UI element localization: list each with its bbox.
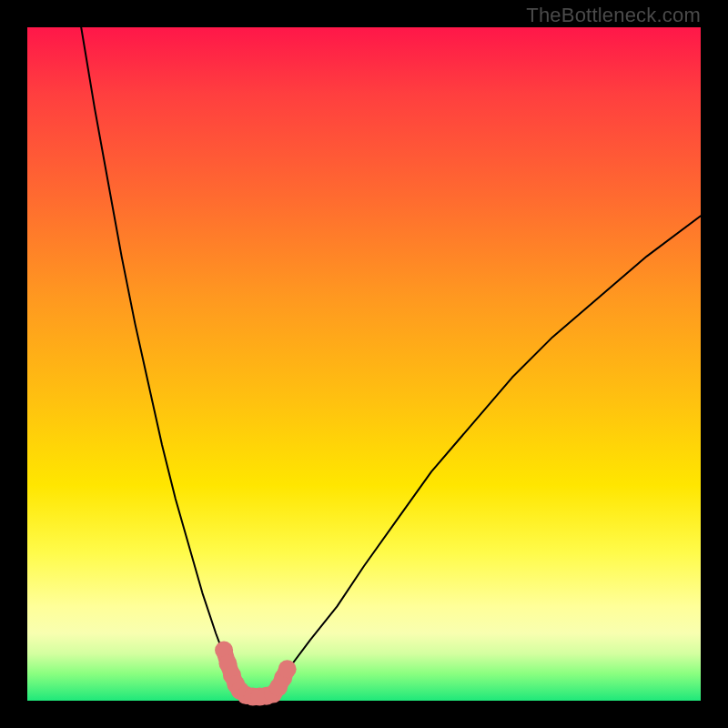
plot-area xyxy=(27,27,701,701)
watermark-text: TheBottleneck.com xyxy=(526,4,701,27)
curve-right-curve xyxy=(277,216,701,687)
chart-frame: TheBottleneck.com xyxy=(0,0,728,728)
curve-left-curve xyxy=(81,27,243,694)
highlight-dot xyxy=(278,660,297,678)
curves-svg xyxy=(27,27,701,701)
